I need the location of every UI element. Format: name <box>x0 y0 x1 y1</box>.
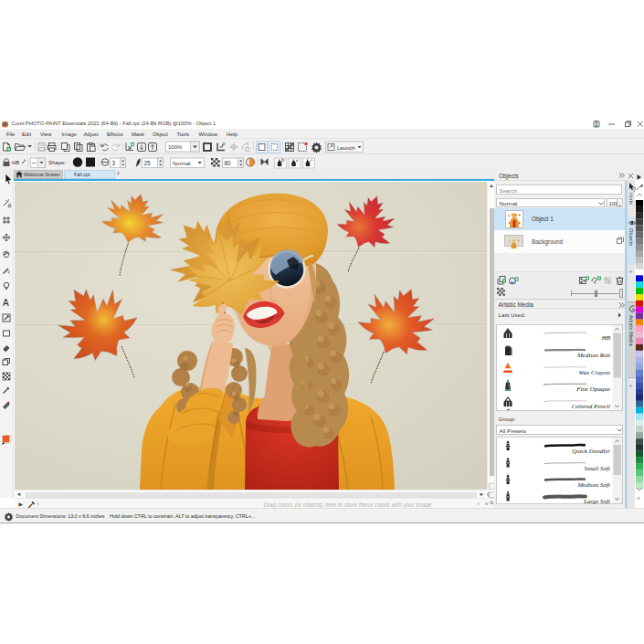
svg-text:80: 80 <box>225 160 232 166</box>
svg-text:Launch: Launch <box>337 144 355 150</box>
svg-text:?: ? <box>632 186 636 193</box>
svg-text:»: » <box>637 495 640 501</box>
svg-text:A: A <box>3 297 9 307</box>
svg-text:HB: HB <box>12 160 19 165</box>
svg-text:3: 3 <box>112 160 116 166</box>
svg-text:100%: 100% <box>168 144 183 150</box>
svg-text:Shape:: Shape: <box>48 160 66 165</box>
svg-text:Normal: Normal <box>173 161 190 166</box>
svg-text:25: 25 <box>144 160 152 166</box>
